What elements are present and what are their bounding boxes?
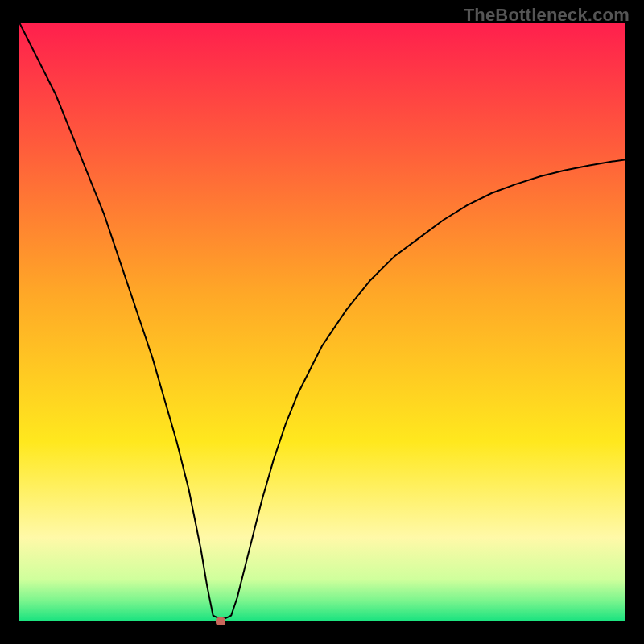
watermark-label: TheBottleneck.com <box>464 5 630 26</box>
gradient-background <box>19 23 625 621</box>
chart-svg <box>19 23 625 621</box>
minimum-marker <box>216 617 225 625</box>
chart-container: TheBottleneck.com <box>0 0 644 644</box>
plot-area <box>19 23 625 621</box>
